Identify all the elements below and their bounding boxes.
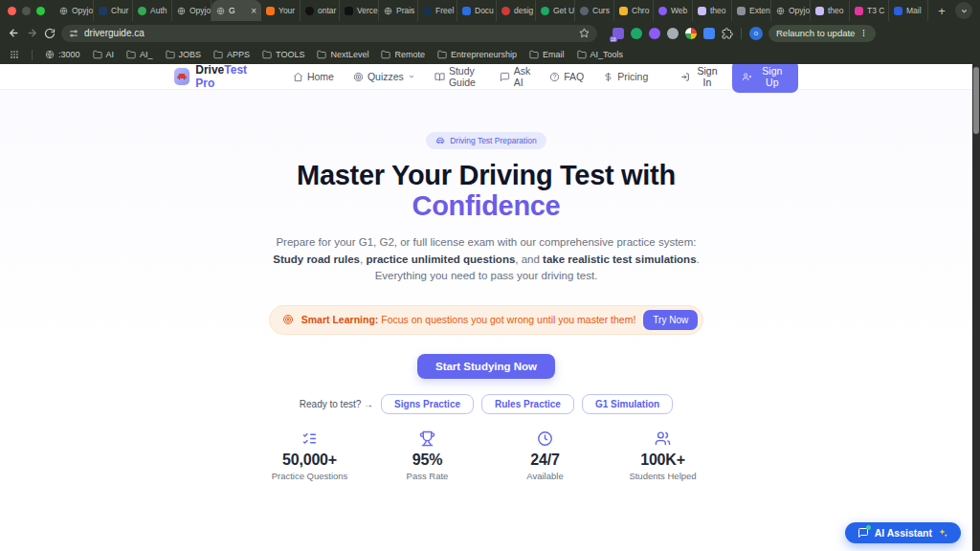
browser-tab-active[interactable]: G×: [212, 0, 261, 21]
tab-title: Exten: [749, 6, 770, 15]
browser-tab[interactable]: Your: [261, 0, 301, 21]
reload-button[interactable]: [44, 28, 56, 39]
tab-favicon: [216, 7, 225, 15]
browser-tab[interactable]: Web: [654, 0, 693, 21]
car-icon: [435, 136, 445, 145]
browser-tab[interactable]: Opyjo: [771, 0, 811, 21]
folder-icon: [577, 50, 587, 59]
start-studying-button[interactable]: Start Studying Now: [417, 354, 555, 379]
extension-icon[interactable]: [631, 28, 642, 39]
bookmark-folder[interactable]: Email: [529, 50, 565, 59]
back-button[interactable]: [8, 27, 20, 39]
site-logo[interactable]: DriveTest Pro: [174, 64, 262, 90]
bookmark-folder[interactable]: AI_Tools: [577, 50, 624, 59]
nav-item-pricing[interactable]: Pricing: [603, 71, 648, 82]
extension-icon[interactable]: [649, 28, 660, 39]
tab-search-button[interactable]: [955, 2, 972, 19]
tab-favicon: [59, 7, 68, 15]
folder-icon: [317, 50, 326, 59]
profile-avatar[interactable]: o: [749, 27, 763, 40]
web-page: DriveTest Pro HomeQuizzesStudy GuideAsk …: [0, 64, 972, 551]
ai-assistant-button[interactable]: AI Assistant: [845, 522, 961, 543]
clock-icon: [486, 430, 604, 447]
stat-value: 95%: [368, 452, 486, 469]
browser-tab[interactable]: Mail: [889, 0, 928, 21]
quick-link-signs-practice[interactable]: Signs Practice: [381, 394, 474, 414]
stat-item: 95%Pass Rate: [368, 430, 486, 481]
scrollbar[interactable]: [972, 64, 980, 551]
stat-label: Available: [486, 471, 604, 481]
browser-tab[interactable]: Get U: [536, 0, 575, 21]
nav-item-home[interactable]: Home: [293, 71, 334, 82]
nav-item-ask-ai[interactable]: Ask AI: [500, 65, 531, 88]
bookmark-folder[interactable]: Remote: [381, 50, 425, 59]
browser-menu-icon[interactable]: [859, 29, 868, 37]
extensions-puzzle-icon[interactable]: [722, 28, 733, 39]
browser-tab[interactable]: theo: [693, 0, 732, 21]
new-tab-button[interactable]: +: [932, 1, 951, 20]
browser-tab[interactable]: Auth: [133, 0, 172, 21]
zoom-window-button[interactable]: [36, 7, 45, 15]
extension-icon[interactable]: [667, 28, 679, 39]
forward-arrow-icon: [26, 27, 38, 39]
quick-link-g1-simulation[interactable]: G1 Simulation: [582, 394, 673, 414]
bookmark-folder[interactable]: AI: [93, 50, 115, 59]
bookmark-folder[interactable]: NextLevel: [317, 50, 368, 59]
nav-item-quizzes[interactable]: Quizzes: [353, 71, 415, 82]
url-text[interactable]: driverguide.ca: [84, 28, 573, 38]
tab-close-icon[interactable]: ×: [251, 6, 256, 16]
tab-title: Prais: [396, 6, 414, 15]
bookmark-server[interactable]: :3000: [45, 50, 80, 59]
bookmark-folder[interactable]: TOOLS: [262, 50, 304, 59]
browser-tab[interactable]: Exten: [732, 0, 771, 21]
tab-bar: OpyjoChurAuthOpyjoG×YourontarVercePraisF…: [0, 0, 980, 21]
nav-item-study-guide[interactable]: Study Guide: [434, 65, 480, 88]
close-window-button[interactable]: [8, 7, 16, 15]
browser-tab[interactable]: theo: [811, 0, 850, 21]
bookmark-folder[interactable]: Entrepreneurship: [437, 50, 517, 59]
sign-up-button[interactable]: Sign Up: [732, 64, 798, 93]
minimize-window-button[interactable]: [22, 7, 31, 15]
scrollbar-thumb[interactable]: [973, 67, 979, 134]
extension-icon[interactable]: 18: [612, 28, 624, 39]
tab-favicon: [855, 7, 863, 15]
bookmark-star-icon[interactable]: [579, 28, 590, 38]
browser-tab[interactable]: desig: [497, 0, 536, 21]
bookmark-label: APPS: [227, 50, 250, 59]
tab-title: ontar: [318, 6, 336, 15]
bookmark-folder[interactable]: AI_: [126, 50, 153, 59]
browser-tab[interactable]: Docu: [457, 0, 497, 21]
nav-label: Ask AI: [514, 65, 531, 88]
smart-learning-banner: Smart Learning: Focus on questions you g…: [269, 305, 703, 335]
browser-tab[interactable]: Opyjo: [55, 0, 94, 21]
extension-icon[interactable]: [703, 28, 715, 39]
tab-favicon: [619, 7, 628, 15]
extension-icon[interactable]: [685, 28, 697, 39]
user-plus-icon: [743, 72, 752, 82]
relaunch-to-update-button[interactable]: Relaunch to update: [768, 25, 876, 42]
bookmark-folders: AIAI_JOBSAPPSTOOLSNextLevelRemoteEntrepr…: [93, 50, 624, 59]
browser-tab[interactable]: Opyjo: [172, 0, 212, 21]
browser-tab[interactable]: Freel: [418, 0, 457, 21]
try-now-button[interactable]: Try Now: [643, 310, 698, 330]
browser-tab[interactable]: Chur: [94, 0, 133, 21]
bookmark-label: AI_: [140, 50, 153, 59]
target-icon: [353, 72, 364, 82]
browser-tab[interactable]: ontar: [301, 0, 340, 21]
address-bar[interactable]: driverguide.ca: [61, 25, 597, 42]
browser-tab[interactable]: Prais: [379, 0, 418, 21]
browser-tab[interactable]: Verce: [340, 0, 379, 21]
site-settings-icon[interactable]: [69, 29, 78, 38]
nav-item-faq[interactable]: FAQ: [549, 71, 584, 82]
forward-button[interactable]: [26, 27, 38, 39]
nav-label: Pricing: [617, 71, 648, 82]
chat-icon: [500, 72, 510, 82]
browser-tab[interactable]: T3 C: [850, 0, 889, 21]
browser-tab[interactable]: Chro: [614, 0, 654, 21]
browser-tab[interactable]: Curs: [575, 0, 614, 21]
sign-in-button[interactable]: Sign In: [680, 65, 721, 88]
bookmark-folder[interactable]: APPS: [213, 50, 250, 59]
apps-grid-icon[interactable]: [10, 50, 19, 59]
bookmark-folder[interactable]: JOBS: [166, 50, 202, 59]
quick-link-rules-practice[interactable]: Rules Practice: [481, 394, 574, 414]
